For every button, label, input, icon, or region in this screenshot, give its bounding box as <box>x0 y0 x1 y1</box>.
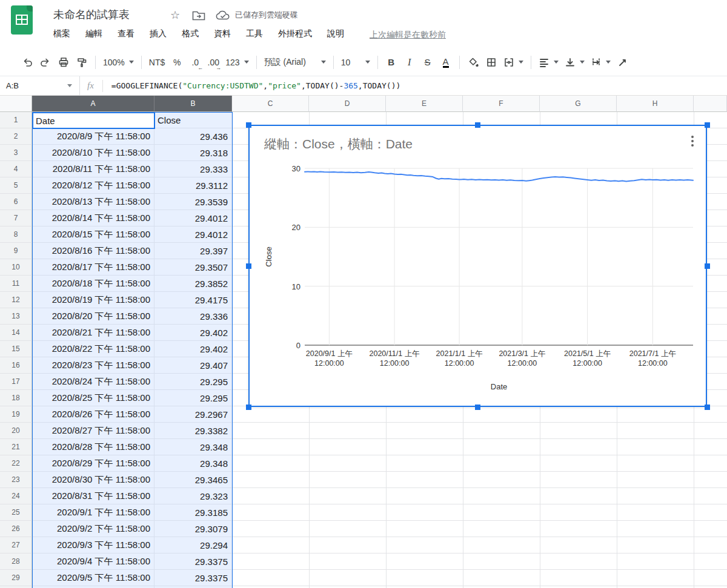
cell-B4[interactable]: 29.333 <box>154 161 232 177</box>
cell-A23[interactable]: 2020/8/30 下午 11:58:00 <box>32 472 154 488</box>
currency-format-button[interactable]: NT$ <box>146 53 168 71</box>
cell-A18[interactable]: 2020/8/25 下午 11:58:00 <box>32 390 154 406</box>
cell-A13[interactable]: 2020/8/20 下午 11:58:00 <box>32 308 154 325</box>
cell-B5[interactable]: 29.3112 <box>154 177 232 194</box>
cell-A6[interactable]: 2020/8/13 下午 11:58:00 <box>32 194 154 210</box>
column-header-A[interactable]: A <box>32 96 154 112</box>
chart-resize-handle[interactable] <box>246 263 251 269</box>
row-header-2[interactable]: 2 <box>0 128 32 145</box>
chart-card[interactable]: 縱軸：Close，橫軸：Date 01020302020/9/1 上午12:00… <box>248 125 707 407</box>
row-header-5[interactable]: 5 <box>0 177 32 194</box>
cell-A16[interactable]: 2020/8/23 下午 11:58:00 <box>32 357 154 374</box>
text-wrap-button[interactable] <box>588 53 614 71</box>
decrease-decimal-button[interactable]: .0← <box>186 53 204 71</box>
row-header-29[interactable]: 29 <box>0 570 32 586</box>
cell-B8[interactable]: 29.4012 <box>154 226 232 243</box>
cell-B12[interactable]: 29.4175 <box>154 292 232 308</box>
chart-resize-handle[interactable] <box>705 263 710 269</box>
cell-B6[interactable]: 29.3539 <box>154 194 232 210</box>
cell-A25[interactable]: 2020/9/1 下午 11:58:00 <box>32 504 154 521</box>
zoom-select[interactable]: 100% <box>100 53 137 71</box>
menu-資料[interactable]: 資料 <box>214 28 231 39</box>
chart-resize-handle[interactable] <box>475 405 480 410</box>
cell-A26[interactable]: 2020/9/2 下午 11:58:00 <box>32 521 154 537</box>
cell-B1[interactable]: Close <box>154 112 232 128</box>
row-header-27[interactable]: 27 <box>0 537 32 553</box>
cell-A24[interactable]: 2020/8/31 下午 11:58:00 <box>32 488 154 504</box>
cell-B14[interactable]: 29.402 <box>154 325 232 341</box>
row-header-25[interactable]: 25 <box>0 504 32 521</box>
cell-B26[interactable]: 29.3079 <box>154 521 232 537</box>
cell-B27[interactable]: 29.294 <box>154 537 232 553</box>
row-header-17[interactable]: 17 <box>0 374 32 390</box>
chart-options-menu-icon[interactable] <box>689 133 696 149</box>
row-header-1[interactable]: 1 <box>0 112 32 128</box>
cell-A22[interactable]: 2020/8/29 下午 11:58:00 <box>32 455 154 472</box>
cell-A3[interactable]: 2020/8/10 下午 11:58:00 <box>32 145 154 161</box>
cell-A4[interactable]: 2020/8/11 下午 11:58:00 <box>32 161 154 177</box>
cell-A28[interactable]: 2020/9/4 下午 11:58:00 <box>32 553 154 570</box>
cell-B17[interactable]: 29.295 <box>154 374 232 390</box>
cell-B19[interactable]: 29.2967 <box>154 406 232 423</box>
cell-B18[interactable]: 29.295 <box>154 390 232 406</box>
chart-resize-handle[interactable] <box>246 122 251 128</box>
row-header-21[interactable]: 21 <box>0 439 32 455</box>
cell-B2[interactable]: 29.436 <box>154 128 232 145</box>
row-header-24[interactable]: 24 <box>0 488 32 504</box>
row-header-12[interactable]: 12 <box>0 292 32 308</box>
name-box[interactable]: A:B <box>0 76 80 95</box>
row-header-23[interactable]: 23 <box>0 472 32 488</box>
vertical-align-button[interactable] <box>562 53 588 71</box>
column-header-partial[interactable] <box>694 96 727 112</box>
cell-B11[interactable]: 29.3852 <box>154 276 232 292</box>
percent-format-button[interactable]: % <box>168 53 186 71</box>
row-header-10[interactable]: 10 <box>0 259 32 276</box>
cell-A21[interactable]: 2020/8/28 下午 11:58:00 <box>32 439 154 455</box>
cell-B3[interactable]: 29.318 <box>154 145 232 161</box>
row-header-18[interactable]: 18 <box>0 390 32 406</box>
cell-A27[interactable]: 2020/9/3 下午 11:58:00 <box>32 537 154 553</box>
row-header-16[interactable]: 16 <box>0 357 32 374</box>
column-header-C[interactable]: C <box>232 96 309 112</box>
cell-A10[interactable]: 2020/8/17 下午 11:58:00 <box>32 259 154 276</box>
cell-A20[interactable]: 2020/8/27 下午 11:58:00 <box>32 423 154 439</box>
row-header-3[interactable]: 3 <box>0 145 32 161</box>
row-header-26[interactable]: 26 <box>0 521 32 537</box>
text-color-button[interactable]: A <box>437 53 455 71</box>
column-header-F[interactable]: F <box>463 96 540 112</box>
italic-button[interactable]: I <box>400 53 419 71</box>
column-header-B[interactable]: B <box>154 96 232 112</box>
column-header-E[interactable]: E <box>386 96 463 112</box>
borders-button[interactable] <box>482 53 500 71</box>
cell-B29[interactable]: 29.3375 <box>154 570 232 586</box>
menu-檔案[interactable]: 檔案 <box>53 28 70 39</box>
cell-B22[interactable]: 29.348 <box>154 455 232 472</box>
cell-A15[interactable]: 2020/8/22 下午 11:58:00 <box>32 341 154 357</box>
menu-編輯[interactable]: 編輯 <box>85 28 102 39</box>
more-formats-button[interactable]: 123 <box>222 53 251 71</box>
row-header-28[interactable]: 28 <box>0 553 32 570</box>
bold-button[interactable]: B <box>382 53 400 71</box>
horizontal-align-button[interactable] <box>536 53 562 71</box>
cell-B20[interactable]: 29.3382 <box>154 423 232 439</box>
chart-resize-handle[interactable] <box>475 122 480 128</box>
cell-B13[interactable]: 29.336 <box>154 308 232 325</box>
cell-B10[interactable]: 29.3507 <box>154 259 232 276</box>
cell-A8[interactable]: 2020/8/15 下午 11:58:00 <box>32 226 154 243</box>
fill-color-button[interactable] <box>464 53 482 71</box>
column-header-H[interactable]: H <box>617 96 694 112</box>
font-select[interactable]: 預設 (Arial) <box>261 53 329 71</box>
row-header-22[interactable]: 22 <box>0 455 32 472</box>
menu-工具[interactable]: 工具 <box>246 28 263 39</box>
cell-B28[interactable]: 29.3375 <box>154 553 232 570</box>
document-title[interactable]: 未命名的試算表 <box>53 7 130 22</box>
cell-A9[interactable]: 2020/8/16 下午 11:58:00 <box>32 243 154 259</box>
row-header-14[interactable]: 14 <box>0 325 32 341</box>
undo-button[interactable] <box>18 53 36 71</box>
font-size-select[interactable]: 10 <box>338 53 373 71</box>
cell-B16[interactable]: 29.407 <box>154 357 232 374</box>
cell-A19[interactable]: 2020/8/26 下午 11:58:00 <box>32 406 154 423</box>
cell-A11[interactable]: 2020/8/18 下午 11:58:00 <box>32 276 154 292</box>
chart-resize-handle[interactable] <box>705 122 710 128</box>
strikethrough-button[interactable]: S <box>419 53 437 71</box>
